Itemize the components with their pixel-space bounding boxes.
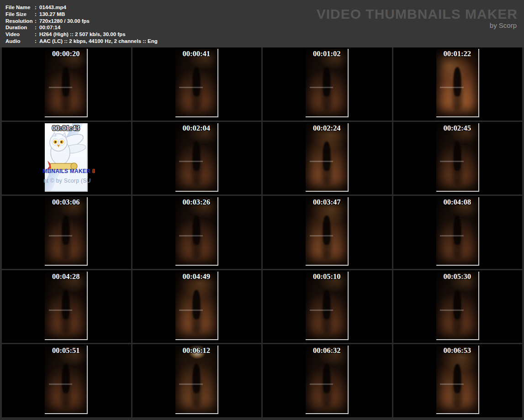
timestamp-label: 00:00:20	[45, 49, 87, 58]
owl-logo-icon	[42, 129, 88, 173]
timestamp-label: 00:03:26	[175, 198, 217, 207]
meta-separator: :	[35, 24, 39, 31]
thumbnail-cell: 00:03:47	[263, 196, 392, 269]
thumbnail-cell: 00:00:41	[132, 47, 262, 121]
meta-separator: :	[35, 31, 39, 38]
timestamp-label: 00:06:32	[306, 346, 348, 355]
video-frame: 00:00:41	[175, 49, 218, 117]
timestamp-label: 00:04:49	[175, 272, 217, 281]
vtm-logo-text: MBNAILS MAKER 8	[42, 168, 88, 174]
thumbnail-cell: 00:01:22	[393, 47, 523, 121]
video-frame: 00:03:06	[45, 197, 88, 266]
video-frame: 00:05:10	[306, 272, 349, 340]
meta-label: Resolution	[5, 18, 35, 25]
vtm-wordmark: VIDEO THUMBNAILS MAKER by Scorp	[317, 7, 518, 29]
meta-value: 720x1280 / 30.00 fps	[39, 18, 90, 25]
meta-separator: :	[35, 18, 39, 25]
thumbnail-cell: 00:02:24	[263, 122, 392, 195]
video-frame: 00:01:02	[306, 49, 349, 117]
thumbnail-cell: 00:05:10	[263, 270, 392, 343]
thumbnail-cell: 00:04:28	[2, 270, 131, 343]
meta-value: H264 (High) :: 2 507 kb/s, 30.00 fps	[39, 31, 126, 38]
meta-label: File Size	[5, 11, 35, 18]
meta-line-audio: Audio : AAC (LC) :: 2 kbps, 44100 Hz, 2 …	[5, 38, 524, 45]
timestamp-label: 00:01:22	[436, 49, 478, 58]
timestamp-label: 00:03:47	[306, 198, 348, 207]
timestamp-label: 00:06:53	[436, 346, 478, 355]
video-frame: 00:01:22	[436, 49, 479, 117]
video-frame: 00:03:26	[175, 197, 218, 266]
thumbnail-cell: 00:01:02	[263, 47, 392, 121]
thumbnail-cell: 00:05:51	[2, 344, 131, 417]
timestamp-label: 00:05:51	[45, 346, 87, 355]
video-frame: 00:02:04	[175, 123, 218, 192]
thumbnail-cell: 00:05:30	[393, 270, 523, 343]
timestamp-label: 00:06:12	[175, 346, 217, 355]
timestamp-label: 00:05:10	[306, 272, 348, 281]
video-frame: 00:06:12	[175, 346, 218, 414]
timestamp-label: 00:02:24	[306, 124, 348, 133]
thumbnail-cell: 00:06:32	[263, 344, 392, 417]
thumbnail-cell: 00:06:53	[393, 344, 523, 417]
meta-label: Audio	[5, 38, 35, 45]
meta-value: 00:07:14	[39, 24, 60, 31]
meta-value: AAC (LC) :: 2 kbps, 44100 Hz, 2 channels…	[39, 38, 158, 45]
video-frame: 00:02:24	[306, 123, 349, 192]
meta-line-video: Video : H264 (High) :: 2 507 kb/s, 30.00…	[5, 31, 524, 38]
timestamp-label: 00:04:08	[436, 198, 478, 207]
meta-label: File Name	[5, 4, 35, 11]
thumbnail-cell: 00:06:12	[132, 344, 262, 417]
timestamp-label: 00:05:30	[436, 272, 478, 281]
meta-label: Duration	[5, 24, 35, 31]
timestamp-label: 00:02:04	[175, 124, 217, 133]
vtm-title: VIDEO THUMBNAILS MAKER	[317, 7, 518, 21]
vtm-logo-frame: MBNAILS MAKER 8 nt © by Scorp (SU 00:01:…	[45, 123, 88, 192]
timestamp-label: 00:03:06	[45, 198, 87, 207]
video-frame: 00:04:49	[175, 272, 218, 340]
thumbnail-cell: 00:03:06	[2, 196, 131, 269]
vtm-contact-sheet: File Name : 01443.mp4 File Size : 130.27…	[0, 0, 524, 420]
video-frame: 00:05:51	[45, 346, 88, 414]
timestamp-label: 00:01:43	[45, 124, 87, 133]
meta-label: Video	[5, 31, 35, 38]
thumbnail-cell: 00:04:49	[132, 270, 262, 343]
thumbnail-grid: 00:00:20 00:00:41 00:01:02 00:01:22	[0, 47, 524, 420]
thumbnail-cell: MBNAILS MAKER 8 nt © by Scorp (SU 00:01:…	[2, 122, 131, 195]
thumbnail-cell: 00:04:08	[393, 196, 523, 269]
vtm-subtitle: by Scorp	[317, 21, 517, 29]
video-frame: 00:04:28	[45, 272, 88, 340]
video-frame: 00:05:30	[436, 272, 479, 340]
timestamp-label: 00:00:41	[175, 49, 217, 58]
timestamp-label: 00:02:45	[436, 124, 478, 133]
video-frame: 00:06:32	[306, 346, 349, 414]
thumbnail-cell: 00:00:20	[2, 47, 131, 121]
timestamp-label: 00:04:28	[45, 272, 87, 281]
metadata-header: File Name : 01443.mp4 File Size : 130.27…	[0, 0, 524, 47]
meta-separator: :	[35, 4, 39, 11]
vtm-logo-text-accent: 8	[92, 168, 95, 174]
thumbnail-cell: 00:02:04	[132, 122, 262, 195]
video-frame: 00:06:53	[436, 346, 479, 414]
thumbnail-cell: 00:02:45	[393, 122, 523, 195]
thumbnail-cell: 00:03:26	[132, 196, 262, 269]
timestamp-label: 00:01:02	[306, 49, 348, 58]
meta-value: 01443.mp4	[39, 4, 66, 11]
meta-separator: :	[35, 38, 39, 45]
video-frame: 00:04:08	[436, 197, 479, 266]
video-frame: 00:02:45	[436, 123, 479, 192]
meta-separator: :	[35, 11, 39, 18]
vtm-logo-text-main: MBNAILS MAKER	[42, 168, 92, 174]
vtm-copyright-text: nt © by Scorp (SU	[43, 178, 91, 184]
video-frame: 00:00:20	[45, 49, 88, 117]
meta-value: 130.27 MB	[39, 11, 65, 18]
video-frame: 00:03:47	[306, 197, 349, 266]
